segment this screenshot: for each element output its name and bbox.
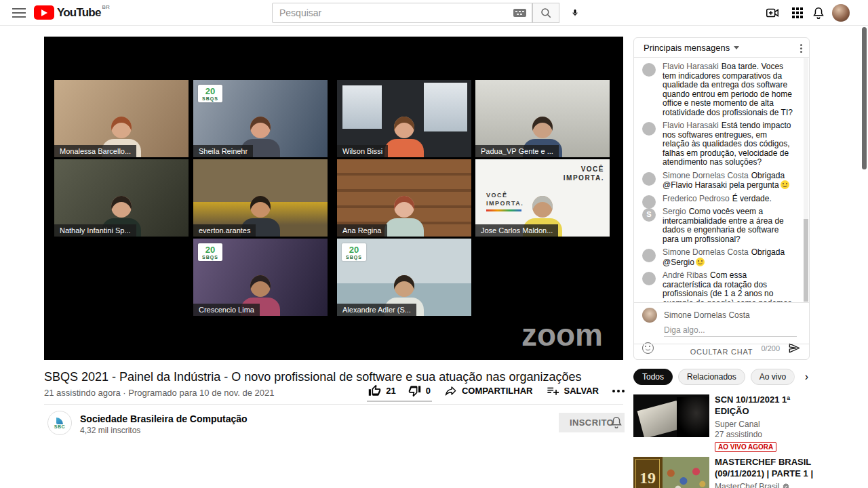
participant-silhouette [384,196,424,237]
video-info: MASTERCHEF BRASIL (09/11/2021) | PARTE 1… [715,457,815,488]
participant-name-label: Nathaly Infantini Sp... [54,224,136,237]
thumbnail-number: 19 [635,459,660,488]
youtube-wordmark: YouTube [57,5,101,20]
like-button[interactable]: 21 [368,384,395,397]
chat-mode-label: Principais mensagens [644,43,730,53]
apps-grid-icon[interactable] [792,7,795,10]
chat-author[interactable]: Frederico Pedroso [663,194,730,203]
smiley-emoji [781,180,789,189]
chat-message: André RibasCom essa característica da ro… [634,271,804,302]
participant-tile: Nathaly Infantini Sp... [54,159,189,237]
sbqs-logo: 20 SBQS [198,85,222,102]
chat-menu-icon[interactable] [800,44,802,46]
participant-name-label: Crescencio Lima [193,304,260,316]
current-user-name: Simone Dornelas Costa [664,310,750,320]
video-title: SBQS 2021 - Painel da Indústria - O novo… [44,370,623,384]
chat-avatar[interactable] [642,122,656,136]
filter-chip[interactable]: Relacionados [678,369,745,385]
dislike-button[interactable]: 0 [408,384,431,397]
chat-avatar[interactable] [642,172,656,186]
chat-message-list: Flavio HarasakiBoa tarde. Voces tem indi… [634,58,804,302]
page-scrollbar[interactable] [862,27,867,169]
account-avatar[interactable] [832,4,850,22]
chat-author[interactable]: Sergio [663,207,686,216]
participant-name-label: Ana Regina [337,224,387,237]
sbqs-logo: 20 SBQS [198,243,222,261]
search-button[interactable] [532,3,559,23]
participant-name-label: Padua_VP Gente e ... [475,145,559,157]
video-info: SCN 10/11/2021 1ª EDIÇÃO Super Canal 27 … [715,394,815,452]
chat-message-input[interactable] [664,325,797,337]
dislike-count: 0 [426,386,431,396]
chat-author[interactable]: Flavio Harasaki [663,62,719,71]
menu-icon[interactable] [12,8,26,18]
related-video-card[interactable]: SCN 10/11/2021 1ª EDIÇÃO Super Canal 27 … [633,394,815,452]
playlist-add-icon [546,384,559,397]
filter-chip[interactable]: Ao vivo [751,369,795,385]
search-input[interactable] [278,7,513,19]
chat-author[interactable]: Flavio Harasaki [663,121,719,130]
participant-name-label: Sheila Reinehr [193,145,253,157]
thumb-up-icon [368,384,381,397]
chevron-down-icon [734,46,739,49]
more-actions-icon[interactable] [612,390,615,392]
participant-tile: everton.arantes [193,159,328,237]
filter-chip[interactable]: Todos [633,369,673,385]
keyboard-icon[interactable] [513,9,526,17]
video-stats: 21 assistindo agora · Programado para 10… [44,388,274,398]
like-count: 21 [386,386,395,396]
channel-bell-icon[interactable] [609,415,624,430]
participant-name-label: Jose Carlos Maldon... [475,224,558,237]
participant-tile: Padua_VP Gente e ... [475,80,610,157]
video-thumbnail[interactable] [633,394,709,437]
video-thumbnail[interactable]: 19 27:49 [633,457,709,488]
related-channel-name[interactable]: Super Canal [715,420,760,429]
notifications-bell-icon[interactable] [811,5,826,20]
chat-avatar[interactable] [642,63,656,77]
chat-author[interactable]: Simone Dornelas Costa [663,247,749,257]
backdrop-text-left: VOCÊ IMPORTA. [486,192,521,211]
chat-message: Simone Dornelas CostaObrigada @Flavio Ha… [634,171,804,190]
participant-tile: 20 SBQS Alexandre Adler (S... [337,239,471,316]
hide-chat-button[interactable]: OCULTAR CHAT [634,344,809,359]
chat-avatar[interactable] [642,272,656,285]
chat-scrollbar-thumb[interactable] [804,219,808,302]
video-player[interactable]: zoom Monalessa Barcello... 20 SBQS Sheil… [44,37,623,360]
related-video-title[interactable]: SCN 10/11/2021 1ª EDIÇÃO [715,394,815,418]
participant-name-label: Alexandre Adler (S... [337,304,416,316]
chat-message: S SergioComo vocês veem a intercambialid… [634,207,804,244]
current-user-avatar[interactable] [642,308,657,323]
create-video-icon[interactable] [765,5,780,20]
chat-avatar[interactable] [642,249,656,262]
participant-tile: VOCÊ IMPORTA. VOCÊ IMPORTA. Jose Carlos … [475,159,610,237]
sbqs-logo: 20 SBQS [342,243,366,261]
related-video-card[interactable]: 19 27:49 MASTERCHEF BRASIL (09/11/2021) … [633,457,815,488]
save-button[interactable]: SALVAR [546,384,599,397]
chat-author[interactable]: André Ribas [663,270,707,280]
chat-author[interactable]: Simone Dornelas Costa [663,171,749,180]
chat-header: Principais mensagens [634,38,809,58]
sbqs-logo-text: SBQS [202,255,218,260]
participant-name-label: Wilson Bissi [337,145,388,157]
channel-avatar-text: SBC [54,424,65,429]
youtube-logo[interactable]: YouTube BR [34,5,110,20]
search-box [272,3,532,23]
participant-tile: Wilson Bissi [337,80,471,157]
related-channel-name[interactable]: MasterChef Brasil [715,482,779,488]
sbqs-logo-text: SBQS [202,96,218,101]
chips-next-icon[interactable]: › [792,369,810,385]
chat-avatar[interactable] [642,195,656,209]
smiley-emoji [696,258,705,266]
participant-tile: Monalessa Barcello... [54,80,189,157]
related-video-title[interactable]: MASTERCHEF BRASIL (09/11/2021) | PARTE 1… [715,457,815,480]
chat-avatar[interactable]: S [642,208,656,222]
participant-silhouette [384,117,424,157]
sbqs-logo-text: SBQS [346,255,362,260]
participant-name-label: Monalessa Barcello... [54,145,136,157]
channel-avatar[interactable]: SBC [47,411,72,435]
chat-mode-dropdown[interactable]: Principais mensagens [644,43,739,53]
mic-button[interactable] [567,5,583,21]
channel-name[interactable]: Sociedade Brasileira de Computação [80,413,248,424]
share-button[interactable]: COMPARTILHAR [444,384,532,397]
chat-scrollbar-track[interactable] [804,58,808,302]
